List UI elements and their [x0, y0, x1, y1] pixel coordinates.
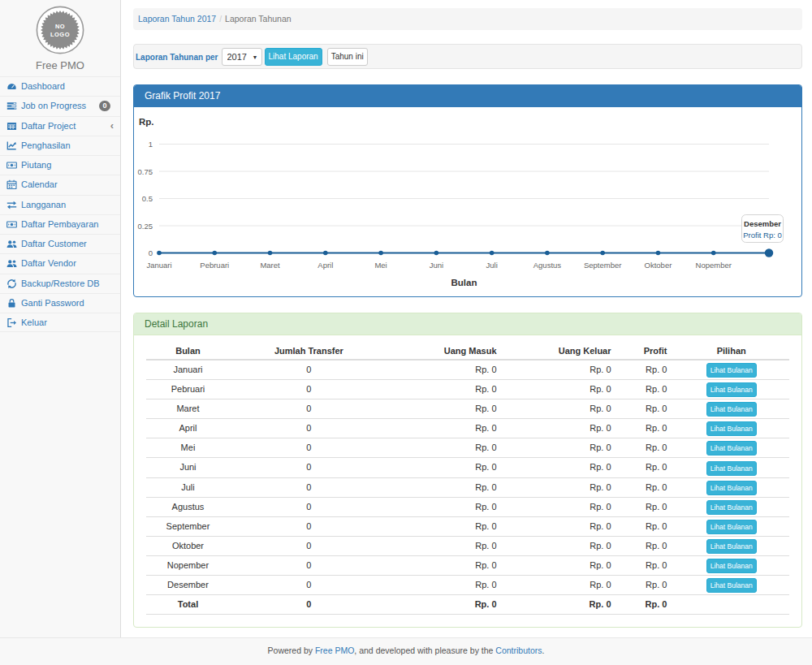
lock-icon — [6, 298, 18, 309]
cell-bulan: Oktober — [146, 536, 230, 555]
sidebar-item-ganti-password[interactable]: Ganti Password — [0, 293, 120, 313]
svg-text:NO: NO — [55, 23, 65, 30]
total-pilihan-empty — [673, 595, 789, 615]
profit-chart-panel: Grafik Profit 2017 00.250.50.751Rp.Janua… — [133, 84, 802, 297]
table-row-oktober: Oktober0Rp. 0Rp. 0Rp. 0Lihat Bulanan — [146, 536, 789, 555]
sidebar-item-label: Calendar — [21, 179, 58, 191]
cell-profit: Rp. 0 — [618, 497, 674, 516]
detail-panel-title: Detail Laporan — [134, 313, 801, 335]
sidebar-item-label: Daftar Vendor — [21, 257, 76, 270]
cell-uang-keluar: Rp. 0 — [503, 399, 618, 419]
sidebar-item-dashboard[interactable]: Dashboard — [0, 76, 120, 96]
cell-bulan: September — [146, 516, 230, 536]
sidebar-item-label: Keluar — [21, 317, 47, 329]
users-icon — [6, 239, 18, 249]
sidebar-item-label: Penghasilan — [21, 140, 71, 152]
detail-report-panel: Detail Laporan BulanJumlah TransferUang … — [133, 313, 802, 628]
cell-uang-keluar: Rp. 0 — [503, 438, 618, 458]
lihat-bulanan-button[interactable]: Lihat Bulanan — [706, 481, 757, 495]
contributors-link[interactable]: Contributors — [495, 646, 542, 655]
lihat-laporan-button[interactable]: Lihat Laporan — [265, 48, 322, 66]
breadcrumb-link[interactable]: Laporan Tahun 2017 — [138, 14, 216, 24]
sidebar-item-langganan[interactable]: Langganan — [0, 195, 120, 214]
cell-uang-keluar: Rp. 0 — [503, 576, 618, 595]
dashboard-icon — [6, 81, 18, 92]
table-row-desember: Desember0Rp. 0Rp. 0Rp. 0Lihat Bulanan — [146, 576, 789, 595]
breadcrumb-current: Laporan Tahunan — [225, 14, 292, 24]
lihat-bulanan-button[interactable]: Lihat Bulanan — [706, 578, 757, 593]
sidebar-item-daftar-customer[interactable]: Daftar Customer — [0, 234, 120, 253]
cell-profit: Rp. 0 — [618, 458, 674, 477]
table-row-september: September0Rp. 0Rp. 0Rp. 0Lihat Bulanan — [146, 516, 789, 536]
tahun-ini-button[interactable]: Tahun ini — [327, 48, 368, 66]
sidebar: NOLOGO Free PMO DashboardJob on Progress… — [0, 0, 121, 637]
sidebar-item-penghasilan[interactable]: Penghasilan — [0, 136, 120, 155]
svg-text:1: 1 — [149, 140, 153, 149]
free-pmo-link[interactable]: Free PMO — [315, 646, 354, 655]
footer-suffix: . — [542, 646, 545, 655]
cell-bulan: Agustus — [146, 497, 230, 516]
lihat-bulanan-button[interactable]: Lihat Bulanan — [706, 402, 757, 417]
svg-text:Juli: Juli — [486, 261, 498, 270]
lihat-bulanan-button[interactable]: Lihat Bulanan — [706, 363, 757, 378]
lihat-bulanan-button[interactable]: Lihat Bulanan — [706, 441, 757, 456]
table-total-row: Total0Rp. 0Rp. 0Rp. 0 — [146, 595, 789, 615]
column-header-profit: Profit — [618, 343, 674, 360]
lihat-bulanan-button[interactable]: Lihat Bulanan — [706, 382, 757, 397]
svg-text:Maret: Maret — [260, 261, 280, 270]
sidebar-item-label: Daftar Customer — [21, 238, 87, 250]
cell-jumlah-transfer: 0 — [230, 497, 388, 516]
lihat-bulanan-button[interactable]: Lihat Bulanan — [706, 520, 757, 534]
sidebar-item-daftar-project[interactable]: Daftar Project‹ — [0, 116, 120, 136]
lihat-bulanan-button[interactable]: Lihat Bulanan — [706, 559, 757, 573]
column-header-uang-masuk: Uang Masuk — [388, 343, 503, 360]
breadcrumb-separator: / — [219, 14, 222, 24]
cell-jumlah-transfer: 0 — [230, 576, 388, 595]
svg-text:September: September — [584, 261, 621, 270]
cell-jumlah-transfer: 0 — [230, 399, 388, 419]
cell-profit: Rp. 0 — [618, 380, 674, 399]
sidebar-item-daftar-pembayaran[interactable]: Daftar Pembayaran — [0, 214, 120, 234]
table-row-juni: Juni0Rp. 0Rp. 0Rp. 0Lihat Bulanan — [146, 458, 789, 477]
svg-text:Oktober: Oktober — [645, 261, 672, 270]
cell-pilihan: Lihat Bulanan — [673, 438, 789, 458]
cell-uang-keluar: Rp. 0 — [503, 536, 618, 555]
app-logo: NOLOGO — [0, 0, 120, 56]
cell-uang-masuk: Rp. 0 — [388, 380, 503, 399]
sidebar-item-backup-restore-db[interactable]: Backup/Restore DB — [0, 274, 120, 293]
profit-line-chart: 00.250.50.751Rp.JanuariPebruariMaretApri… — [134, 107, 801, 296]
cell-pilihan: Lihat Bulanan — [673, 360, 789, 380]
cell-profit: Rp. 0 — [618, 516, 674, 536]
svg-text:0: 0 — [149, 248, 153, 257]
cell-uang-masuk: Rp. 0 — [388, 477, 503, 497]
sidebar-item-label: Langganan — [21, 199, 66, 211]
svg-text:0.75: 0.75 — [138, 167, 153, 176]
lihat-bulanan-button[interactable]: Lihat Bulanan — [706, 421, 757, 436]
sidebar-item-calendar[interactable]: Calendar — [0, 175, 120, 194]
cell-uang-masuk: Rp. 0 — [388, 536, 503, 555]
cell-profit: Rp. 0 — [618, 419, 674, 438]
cell-jumlah-transfer: 0 — [230, 555, 388, 575]
sidebar-item-piutang[interactable]: Piutang — [0, 155, 120, 175]
no-logo-seal-icon: NOLOGO — [36, 6, 84, 54]
calendar-icon — [6, 179, 18, 190]
job-count-badge: 0 — [99, 101, 110, 111]
cell-uang-keluar: Rp. 0 — [503, 477, 618, 497]
sidebar-item-job-on-progress[interactable]: Job on Progress0 — [0, 96, 120, 115]
sidebar-item-label: Daftar Project — [21, 120, 76, 132]
lihat-bulanan-button[interactable]: Lihat Bulanan — [706, 461, 757, 476]
cell-uang-masuk: Rp. 0 — [388, 419, 503, 438]
lihat-bulanan-button[interactable]: Lihat Bulanan — [706, 539, 757, 554]
lihat-bulanan-button[interactable]: Lihat Bulanan — [706, 500, 757, 515]
year-select[interactable]: 2017 — [222, 48, 262, 66]
cell-bulan: Nopember — [146, 555, 230, 575]
column-header-bulan: Bulan — [146, 343, 230, 360]
report-table-foot: Total0Rp. 0Rp. 0Rp. 0 — [146, 595, 789, 615]
cell-uang-keluar: Rp. 0 — [503, 458, 618, 477]
sidebar-item-daftar-vendor[interactable]: Daftar Vendor — [0, 253, 120, 273]
sidebar-item-keluar[interactable]: Keluar — [0, 313, 120, 332]
cell-jumlah-transfer: 0 — [230, 516, 388, 536]
year-filter-form: Laporan Tahunan per 2017 ▼ Lihat Laporan… — [133, 44, 802, 69]
cell-uang-keluar: Rp. 0 — [503, 360, 618, 380]
cell-bulan: Mei — [146, 438, 230, 458]
